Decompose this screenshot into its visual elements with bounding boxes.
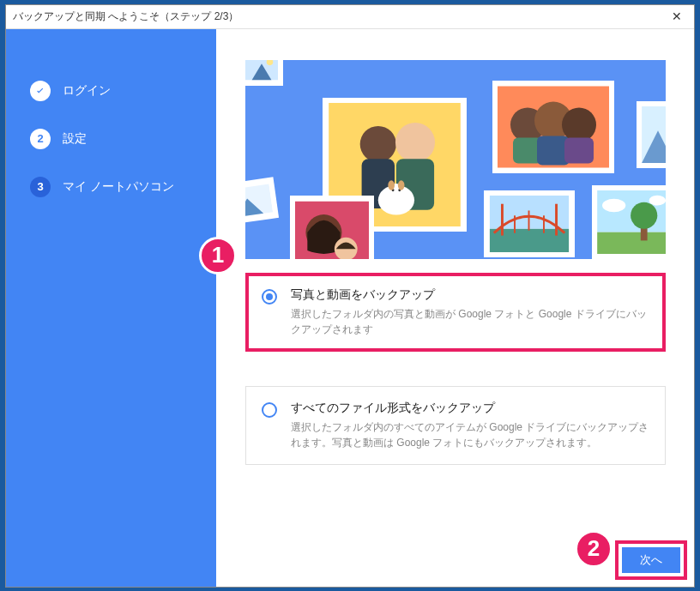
dialog-window: バックアップと同期 へようこそ（ステップ 2/3） ✕ ログイン 2 設定 3 … xyxy=(5,4,695,588)
annotation-badge-1: 1 xyxy=(199,237,237,274)
option-title: 写真と動画をバックアップ xyxy=(291,287,649,303)
step-number-icon: 2 xyxy=(30,129,51,149)
svg-point-36 xyxy=(631,202,657,228)
svg-point-8 xyxy=(395,123,435,162)
backup-options: 写真と動画をバックアップ 選択したフォルダ内の写真と動画が Google フォト… xyxy=(245,273,666,465)
step-computer: 3 マイ ノートパソコン xyxy=(30,177,216,197)
option-photos-videos[interactable]: 写真と動画をバックアップ 選択したフォルダ内の写真と動画が Google フォト… xyxy=(245,273,666,352)
radio-unselected-icon xyxy=(262,402,277,418)
option-text: すべてのファイル形式をバックアップ 選択したフォルダ内のすべてのアイテムが Go… xyxy=(291,401,649,450)
check-icon xyxy=(30,81,51,101)
annotation-badge-2: 2 xyxy=(575,530,612,568)
titlebar: バックアップと同期 へようこそ（ステップ 2/3） ✕ xyxy=(6,5,694,29)
step-label: 設定 xyxy=(63,131,87,147)
close-button[interactable]: ✕ xyxy=(667,9,687,23)
svg-point-14 xyxy=(388,180,395,190)
main-content: 写真と動画をバックアップ 選択したフォルダ内の写真と動画が Google フォト… xyxy=(216,29,694,587)
option-title: すべてのファイル形式をバックアップ xyxy=(291,401,649,416)
step-number-icon: 3 xyxy=(30,177,51,197)
option-all-files[interactable]: すべてのファイル形式をバックアップ 選択したフォルダ内のすべてのアイテムが Go… xyxy=(245,386,666,465)
svg-rect-22 xyxy=(564,137,594,163)
svg-point-38 xyxy=(649,195,666,205)
window-title: バックアップと同期 へようこそ（ステップ 2/3） xyxy=(13,9,238,24)
sidebar: ログイン 2 設定 3 マイ ノートパソコン xyxy=(6,29,216,587)
svg-point-15 xyxy=(398,180,405,190)
next-button[interactable]: 次へ xyxy=(622,547,680,573)
step-label: ログイン xyxy=(63,83,111,99)
option-text: 写真と動画をバックアップ 選択したフォルダ内の写真と動画が Google フォト… xyxy=(291,287,649,337)
svg-rect-34 xyxy=(597,232,666,253)
dialog-body: ログイン 2 設定 3 マイ ノートパソコン xyxy=(6,29,694,587)
step-settings: 2 設定 xyxy=(30,129,216,149)
radio-selected-icon xyxy=(262,289,277,305)
step-login: ログイン xyxy=(30,81,216,101)
step-label: マイ ノートパソコン xyxy=(63,179,174,195)
option-desc: 選択したフォルダ内のすべてのアイテムが Google ドライブにバックアップされ… xyxy=(291,419,649,450)
svg-point-37 xyxy=(602,198,625,212)
option-desc: 選択したフォルダ内の写真と動画が Google フォトと Google ドライブ… xyxy=(291,306,649,337)
svg-point-6 xyxy=(360,125,396,161)
next-button-highlight: 次へ xyxy=(615,540,687,580)
hero-illustration xyxy=(245,60,666,259)
svg-point-21 xyxy=(562,107,596,142)
